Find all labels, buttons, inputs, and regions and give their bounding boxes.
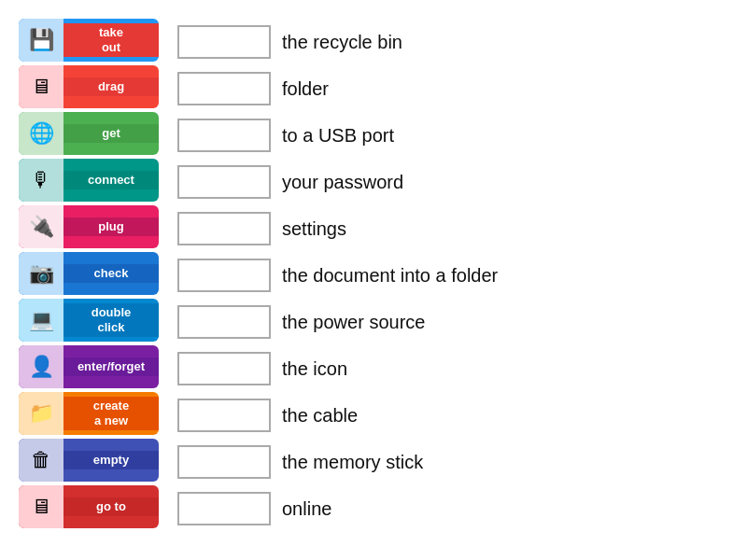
icon-create-new: 📁 [19,392,63,435]
match-box-document-folder[interactable] [177,259,271,292]
icon-enter-forget: 👤 [19,345,63,388]
match-row: the document into a folder [177,254,728,297]
match-text-settings: settings [282,218,346,240]
btn-drag[interactable]: 🖥drag [19,65,159,108]
match-box-settings[interactable] [177,212,271,245]
match-row: online [177,487,728,530]
match-box-usb-port[interactable] [177,119,271,152]
match-box-the-icon[interactable] [177,352,271,385]
label-empty: empty [63,451,159,469]
btn-check[interactable]: 📷check [19,252,159,295]
icon-go-to: 🖥 [19,485,63,528]
label-go-to: go to [63,497,159,516]
btn-connect[interactable]: 🎙connect [19,159,159,202]
match-row: your password [177,161,728,203]
label-enter-forget: enter/forget [63,357,159,376]
label-check: check [63,264,159,283]
match-row: the icon [177,347,728,390]
match-text-online: online [282,498,331,520]
label-create-new: createa new [63,397,159,429]
icon-check: 📷 [19,252,63,295]
match-row: the memory stick [177,441,728,483]
match-text-folder: folder [282,78,329,100]
btn-plug[interactable]: 🔌plug [19,205,159,248]
match-box-cable[interactable] [177,399,271,432]
icon-empty: 🗑 [19,439,63,482]
match-box-password[interactable] [177,165,271,199]
label-double-click: doubleclick [63,303,159,336]
match-row: the power source [177,301,728,343]
label-plug: plug [63,217,159,236]
action-buttons-column: 💾takeout🖥drag🌐get🎙connect🔌plug📷check💻dou… [19,19,159,541]
label-drag: drag [63,77,159,96]
match-row: settings [177,207,728,250]
match-text-document-folder: the document into a folder [282,265,498,287]
btn-take-out[interactable]: 💾takeout [19,19,159,62]
icon-connect: 🎙 [19,159,63,202]
match-box-online[interactable] [177,492,271,525]
match-row: folder [177,67,728,110]
match-text-recycle-bin: the recycle bin [282,32,402,53]
btn-get[interactable]: 🌐get [19,112,159,155]
icon-plug: 🔌 [19,205,63,248]
match-box-power-source[interactable] [177,305,271,339]
label-get: get [63,124,159,143]
match-row: the cable [177,394,728,437]
label-connect: connect [63,171,159,189]
match-text-the-icon: the icon [282,358,347,380]
icon-double-click: 💻 [19,299,63,342]
match-text-usb-port: to a USB port [282,125,394,147]
icon-take-out: 💾 [19,19,63,62]
icon-get: 🌐 [19,112,63,155]
btn-empty[interactable]: 🗑empty [19,439,159,482]
match-box-recycle-bin[interactable] [177,25,271,59]
label-take-out: takeout [63,23,159,56]
match-text-memory-stick: the memory stick [282,452,423,473]
match-box-folder[interactable] [177,72,271,105]
btn-create-new[interactable]: 📁createa new [19,392,159,435]
match-items-column: the recycle binfolderto a USB portyour p… [177,19,728,541]
btn-enter-forget[interactable]: 👤enter/forget [19,345,159,388]
match-text-password: your password [282,172,403,193]
icon-drag: 🖥 [19,65,63,108]
btn-go-to[interactable]: 🖥go to [19,485,159,528]
btn-double-click[interactable]: 💻doubleclick [19,299,159,342]
match-text-power-source: the power source [282,312,425,333]
match-text-cable: the cable [282,405,358,427]
match-row: the recycle bin [177,21,728,63]
match-row: to a USB port [177,114,728,157]
match-box-memory-stick[interactable] [177,445,271,479]
